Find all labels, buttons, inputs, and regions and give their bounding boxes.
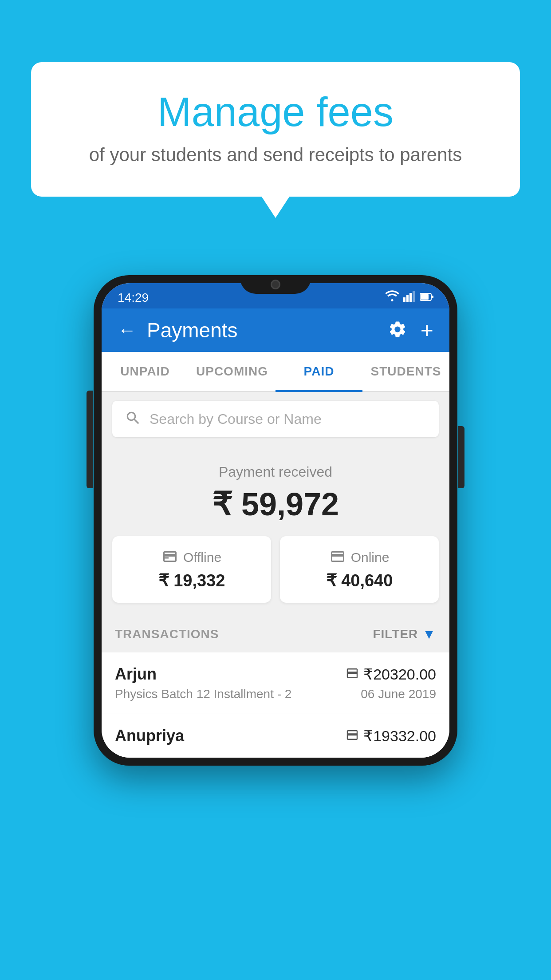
settings-icon[interactable] <box>388 320 407 341</box>
online-amount: ₹ 40,640 <box>289 571 430 590</box>
tab-students[interactable]: STUDENTS <box>362 352 449 391</box>
svg-rect-2 <box>409 293 412 302</box>
speech-bubble-container: Manage fees of your students and send re… <box>31 62 520 197</box>
filter-button[interactable]: FILTER ▼ <box>373 627 436 642</box>
offline-amount: ₹ 19,332 <box>121 571 262 590</box>
offline-payment-card: Offline ₹ 19,332 <box>112 536 271 603</box>
offline-card-header: Offline <box>121 549 262 566</box>
filter-label: FILTER <box>373 627 418 641</box>
table-row[interactable]: Arjun ₹20320.00 Physi <box>102 652 449 714</box>
online-label: Online <box>351 550 390 565</box>
transactions-list: Arjun ₹20320.00 Physi <box>102 652 449 758</box>
phone-camera <box>271 280 280 289</box>
search-container: Search by Course or Name <box>102 392 449 446</box>
svg-rect-5 <box>421 294 429 300</box>
payment-cards: Offline ₹ 19,332 <box>112 536 439 603</box>
transaction-amount-container: ₹20320.00 <box>346 665 436 683</box>
battery-icon <box>420 291 433 304</box>
svg-rect-0 <box>403 297 405 302</box>
transaction-top: Arjun ₹20320.00 <box>115 665 436 684</box>
back-button[interactable]: ← <box>118 321 136 340</box>
offline-icon <box>162 549 178 566</box>
bubble-subtitle: of your students and send receipts to pa… <box>67 144 484 166</box>
table-row[interactable]: Anupriya ₹19332.00 <box>102 714 449 758</box>
transaction-desc: Physics Batch 12 Installment - 2 <box>115 687 291 701</box>
payment-total-amount: ₹ 59,972 <box>112 486 439 523</box>
online-payment-icon <box>346 668 359 680</box>
phone-screen: 14:29 <box>102 283 449 758</box>
app-header: ← Payments + <box>102 308 449 352</box>
offline-label: Offline <box>183 550 221 565</box>
transaction-amount-container: ₹19332.00 <box>346 727 436 745</box>
bubble-title: Manage fees <box>67 89 484 135</box>
payment-summary: Payment received ₹ 59,972 <box>102 446 449 616</box>
transactions-label: TRANSACTIONS <box>115 627 219 641</box>
transaction-date: 06 June 2019 <box>361 687 436 701</box>
add-button[interactable]: + <box>421 319 433 341</box>
svg-rect-6 <box>432 296 433 298</box>
online-card-header: Online <box>289 549 430 566</box>
online-payment-card: Online ₹ 40,640 <box>280 536 439 603</box>
phone-notch <box>240 275 311 294</box>
header-right: + <box>388 319 433 341</box>
online-icon <box>330 549 346 566</box>
offline-payment-icon <box>346 730 359 742</box>
tabs-bar: UNPAID UPCOMING PAID STUDENTS <box>102 352 449 392</box>
search-input[interactable]: Search by Course or Name <box>150 411 322 427</box>
transaction-amount: ₹20320.00 <box>363 665 436 683</box>
search-box[interactable]: Search by Course or Name <box>112 401 439 437</box>
svg-rect-1 <box>406 295 409 302</box>
status-time: 14:29 <box>118 291 149 305</box>
search-icon <box>125 410 142 428</box>
svg-rect-3 <box>413 291 415 302</box>
speech-bubble: Manage fees of your students and send re… <box>31 62 520 197</box>
payment-received-label: Payment received <box>112 464 439 480</box>
transaction-amount: ₹19332.00 <box>363 727 436 745</box>
tab-upcoming[interactable]: UPCOMING <box>189 352 276 391</box>
status-icons <box>386 290 433 305</box>
tab-unpaid[interactable]: UNPAID <box>102 352 189 391</box>
transaction-name: Anupriya <box>115 727 184 745</box>
page-title: Payments <box>147 318 238 342</box>
tab-paid[interactable]: PAID <box>276 352 362 391</box>
transactions-header: TRANSACTIONS FILTER ▼ <box>102 616 449 652</box>
phone-frame-wrapper: 14:29 <box>94 275 457 766</box>
filter-icon: ▼ <box>422 627 436 642</box>
phone-frame: 14:29 <box>94 275 457 766</box>
signal-icon <box>403 290 416 305</box>
transaction-bottom: Physics Batch 12 Installment - 2 06 June… <box>115 687 436 701</box>
header-left: ← Payments <box>118 318 238 342</box>
transaction-name: Arjun <box>115 665 157 684</box>
transaction-top: Anupriya ₹19332.00 <box>115 727 436 745</box>
wifi-icon <box>386 290 399 305</box>
